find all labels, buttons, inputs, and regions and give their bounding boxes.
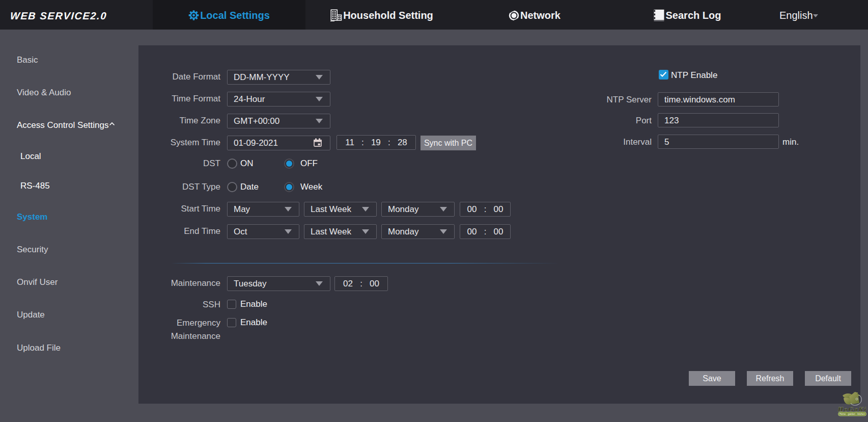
svg-text:Home - garden - kitchen: Home - garden - kitchen [839,413,865,415]
svg-text:HoGaKi: HoGaKi [837,405,866,413]
